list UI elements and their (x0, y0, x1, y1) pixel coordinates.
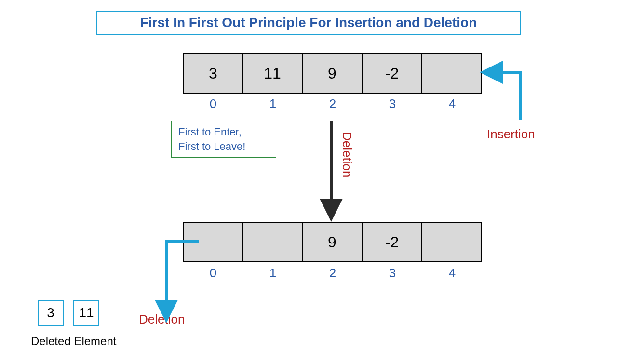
fifo-note-line-2: First to Leave! (178, 139, 269, 154)
queue-bottom-index-0: 0 (183, 266, 243, 281)
deletion-vertical-label: Deletion (339, 132, 354, 177)
queue-top-cell-2: 9 (303, 54, 363, 93)
deleted-element-box-2: 11 (73, 300, 99, 326)
queue-bottom-index-2: 2 (303, 266, 363, 281)
queue-bottom-cell-4 (422, 223, 482, 261)
queue-bottom-cell-3: -2 (363, 223, 422, 261)
queue-bottom-index-3: 3 (363, 266, 422, 281)
deleted-element-label: Deleted Element (31, 335, 116, 348)
queue-top-index-0: 0 (183, 96, 243, 111)
queue-bottom-cell-1 (243, 223, 303, 261)
fifo-note-box: First to Enter, First to Leave! (171, 121, 276, 158)
queue-bottom-index-1: 1 (243, 266, 303, 281)
queue-top: 3 11 9 -2 (183, 53, 482, 94)
queue-top-index-1: 1 (243, 96, 303, 111)
queue-top-cell-3: -2 (363, 54, 422, 93)
queue-top-indices: 0 1 2 3 4 (183, 96, 482, 111)
fifo-note-line-1: First to Enter, (178, 125, 269, 139)
insertion-label: Insertion (487, 127, 535, 142)
insertion-arrow-icon (494, 72, 521, 120)
deleted-element-box-1: 3 (38, 300, 64, 326)
deletion-bottom-label: Deletion (139, 312, 185, 327)
queue-top-index-2: 2 (303, 96, 363, 111)
queue-bottom-cell-0 (183, 223, 243, 261)
queue-top-index-4: 4 (422, 96, 482, 111)
queue-bottom-index-4: 4 (422, 266, 482, 281)
queue-bottom: 9 -2 (183, 222, 482, 262)
queue-top-index-3: 3 (363, 96, 422, 111)
queue-top-cell-0: 3 (183, 54, 243, 93)
queue-top-cell-4 (422, 54, 482, 93)
diagram-title: First In First Out Principle For Inserti… (96, 11, 521, 35)
queue-bottom-indices: 0 1 2 3 4 (183, 266, 482, 281)
queue-top-cell-1: 11 (243, 54, 303, 93)
queue-bottom-cell-2: 9 (303, 223, 363, 261)
